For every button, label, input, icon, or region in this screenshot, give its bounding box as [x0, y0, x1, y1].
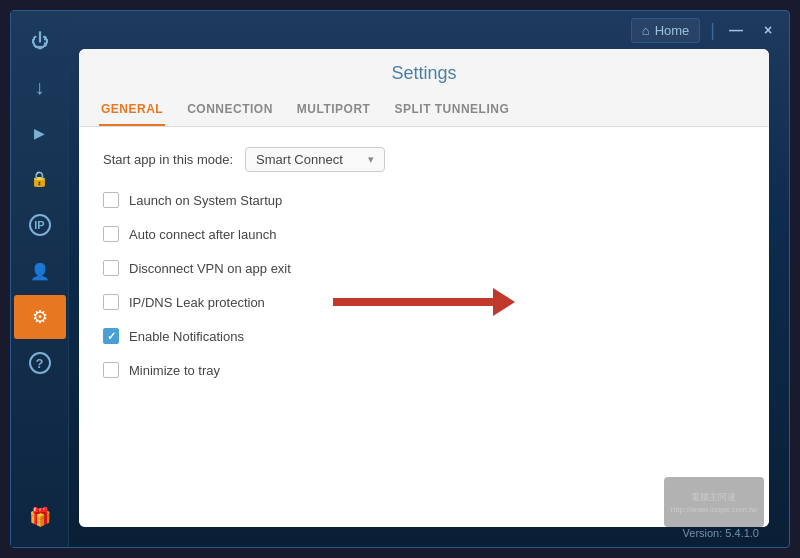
checkbox-minimize[interactable]	[103, 362, 119, 378]
sidebar: ⏻ ↓ ▶ 🔒 IP 👤 ⚙ ? 🎁	[11, 11, 69, 547]
minimize-button[interactable]: —	[725, 19, 747, 41]
mode-row: Start app in this mode: Smart Connect ▾	[103, 147, 745, 172]
checkbox-row-disconnect: Disconnect VPN on app exit	[103, 260, 745, 276]
power-icon: ⏻	[31, 31, 49, 52]
home-button[interactable]: ⌂ Home	[631, 18, 701, 43]
arrow-body	[333, 298, 493, 306]
mode-select[interactable]: Smart Connect ▾	[245, 147, 385, 172]
checkbox-row-minimize: Minimize to tray	[103, 362, 745, 378]
tab-multiport[interactable]: MULTIPORT	[295, 94, 373, 126]
settings-icon: ⚙	[32, 306, 48, 328]
topbar-divider: |	[710, 20, 715, 41]
sidebar-item-gift[interactable]: 🎁	[14, 495, 66, 539]
app-window: ⏻ ↓ ▶ 🔒 IP 👤 ⚙ ? 🎁 ⌂	[10, 10, 790, 548]
settings-panel: Settings GENERAL CONNECTION MULTIPORT SP…	[79, 49, 769, 527]
home-label: Home	[655, 23, 690, 38]
checkbox-notifications-label: Enable Notifications	[129, 329, 244, 344]
close-button[interactable]: ×	[757, 19, 779, 41]
checkbox-autoconnect-label: Auto connect after launch	[129, 227, 276, 242]
topbar: ⌂ Home | — ×	[69, 11, 789, 49]
tab-connection[interactable]: CONNECTION	[185, 94, 275, 126]
sidebar-item-power[interactable]: ⏻	[14, 19, 66, 63]
mode-value: Smart Connect	[256, 152, 343, 167]
checkbox-startup[interactable]	[103, 192, 119, 208]
checkbox-disconnect[interactable]	[103, 260, 119, 276]
form-area: Start app in this mode: Smart Connect ▾ …	[79, 127, 769, 527]
help-icon: ?	[29, 352, 51, 374]
arrow-head	[493, 288, 515, 316]
user-icon: 👤	[30, 262, 50, 281]
checkbox-disconnect-label: Disconnect VPN on app exit	[129, 261, 291, 276]
sidebar-item-download[interactable]: ↓	[14, 65, 66, 109]
watermark: 電腦主阿達http://www.luope.com.tw	[664, 477, 764, 527]
checkbox-row-startup: Launch on System Startup	[103, 192, 745, 208]
main-content: ⌂ Home | — × Settings GENERAL CONNECTION…	[69, 11, 789, 547]
settings-title: Settings	[79, 49, 769, 94]
version-text: Version: 5.4.1.0	[683, 527, 759, 539]
checkbox-row-ipdns: IP/DNS Leak protection	[103, 294, 745, 310]
download-icon: ↓	[35, 76, 45, 99]
checkbox-notifications[interactable]	[103, 328, 119, 344]
tabs-row: GENERAL CONNECTION MULTIPORT SPLIT TUNNE…	[79, 94, 769, 127]
sidebar-item-user[interactable]: 👤	[14, 249, 66, 293]
watermark-text: 電腦主阿達http://www.luope.com.tw	[671, 491, 757, 514]
checkbox-ipdns[interactable]	[103, 294, 119, 310]
checkbox-ipdns-label: IP/DNS Leak protection	[129, 295, 265, 310]
sidebar-item-settings[interactable]: ⚙	[14, 295, 66, 339]
sidebar-item-ip[interactable]: IP	[14, 203, 66, 247]
checkbox-startup-label: Launch on System Startup	[129, 193, 282, 208]
tab-general[interactable]: GENERAL	[99, 94, 165, 126]
ip-icon: IP	[29, 214, 51, 236]
sidebar-item-help[interactable]: ?	[14, 341, 66, 385]
home-icon: ⌂	[642, 23, 650, 38]
play-icon: ▶	[34, 125, 45, 141]
tab-split-tunneling[interactable]: SPLIT TUNNELING	[392, 94, 511, 126]
gift-icon: 🎁	[29, 506, 51, 528]
arrow-annotation	[333, 288, 515, 316]
checkbox-minimize-label: Minimize to tray	[129, 363, 220, 378]
checkbox-autoconnect[interactable]	[103, 226, 119, 242]
sidebar-item-lock[interactable]: 🔒	[14, 157, 66, 201]
checkbox-row-autoconnect: Auto connect after launch	[103, 226, 745, 242]
sidebar-item-play[interactable]: ▶	[14, 111, 66, 155]
lock-icon: 🔒	[30, 170, 49, 188]
chevron-down-icon: ▾	[368, 153, 374, 166]
mode-label: Start app in this mode:	[103, 152, 233, 167]
checkbox-row-notifications: Enable Notifications	[103, 328, 745, 344]
